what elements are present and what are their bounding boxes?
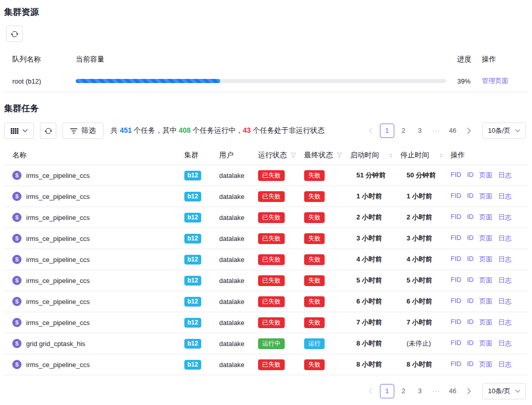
action-link-page[interactable]: 页面	[479, 360, 493, 369]
funnel-filter-icon[interactable]	[290, 152, 296, 158]
page-button-1[interactable]: 1	[380, 124, 394, 138]
start-time: 5 小时前	[346, 276, 396, 285]
name-cell: S irms_ce_pipeline_ccs	[4, 276, 180, 285]
header-current-capacity: 当前容量	[76, 55, 446, 64]
page-button-3[interactable]: 3	[413, 124, 427, 138]
action-link-fid[interactable]: FID	[451, 297, 461, 306]
manage-page-link[interactable]: 管理页面	[482, 77, 508, 85]
action-link-log[interactable]: 日志	[498, 318, 512, 327]
action-link-page[interactable]: 页面	[479, 171, 493, 180]
actions-cell: FIDID页面日志	[446, 318, 528, 327]
action-link-fid[interactable]: FID	[451, 360, 461, 369]
action-link-log[interactable]: 日志	[498, 255, 512, 264]
action-link-log[interactable]: 日志	[498, 213, 512, 222]
page-ellipsis[interactable]: ···	[429, 384, 443, 398]
final-status-badge: 失败	[304, 212, 325, 223]
table-row: S irms_ce_pipeline_ccs b12 datalake 已失败 …	[4, 207, 528, 228]
action-link-fid[interactable]: FID	[451, 234, 461, 243]
action-link-fid[interactable]: FID	[451, 255, 461, 264]
final-status-filter-icon[interactable]	[336, 152, 343, 158]
filter-button[interactable]: 筛选	[62, 123, 103, 139]
table-row: S irms_ce_pipeline_ccs b12 datalake 已失败 …	[4, 186, 528, 207]
action-link-id[interactable]: ID	[467, 360, 474, 369]
resources-refresh-button[interactable]	[6, 26, 23, 42]
action-link-fid[interactable]: FID	[451, 339, 461, 348]
actions-cell: FIDID页面日志	[446, 297, 528, 306]
page-button-last[interactable]: 46	[445, 124, 460, 138]
page-size-select[interactable]: 10条/页	[482, 123, 526, 139]
action-link-id[interactable]: ID	[467, 297, 474, 306]
next-page-button[interactable]	[462, 124, 476, 138]
page-button-2[interactable]: 2	[396, 124, 411, 138]
page-size-select[interactable]: 10条/页	[482, 383, 526, 399]
action-link-page[interactable]: 页面	[479, 276, 493, 285]
sort-icon[interactable]	[388, 153, 394, 158]
action-link-log[interactable]: 日志	[498, 234, 512, 243]
page-ellipsis[interactable]: ···	[429, 124, 443, 138]
filter-button-label: 筛选	[81, 126, 96, 135]
header-run-status: 运行状态	[254, 151, 300, 160]
action-link-log[interactable]: 日志	[498, 339, 512, 348]
start-time-sort-icon[interactable]	[388, 153, 394, 158]
action-link-page[interactable]: 页面	[479, 213, 493, 222]
action-link-id[interactable]: ID	[467, 213, 474, 222]
action-link-id[interactable]: ID	[467, 255, 474, 264]
prev-page-button[interactable]	[364, 124, 378, 138]
action-link-fid[interactable]: FID	[451, 213, 461, 222]
cluster-badge: b12	[184, 360, 201, 370]
action-link-id[interactable]: ID	[467, 234, 474, 243]
table-row: S irms_ce_pipeline_ccs b12 datalake 已失败 …	[4, 291, 528, 312]
action-link-log[interactable]: 日志	[498, 297, 512, 306]
filter-lines-icon	[70, 128, 77, 134]
action-link-fid[interactable]: FID	[451, 171, 461, 180]
action-link-page[interactable]: 页面	[479, 192, 493, 201]
action-link-log[interactable]: 日志	[498, 276, 512, 285]
page-button-1[interactable]: 1	[380, 384, 394, 398]
action-link-fid[interactable]: FID	[451, 192, 461, 201]
cluster-badge: b12	[184, 255, 201, 265]
action-link-page[interactable]: 页面	[479, 234, 493, 243]
task-name: irms_ce_pipeline_ccs	[26, 319, 90, 327]
grid-icon	[11, 128, 18, 134]
funnel-filter-icon[interactable]	[336, 152, 343, 158]
action-link-page[interactable]: 页面	[479, 318, 493, 327]
action-link-page[interactable]: 页面	[479, 255, 493, 264]
final-status-badge: 失败	[304, 191, 325, 202]
action-link-page[interactable]: 页面	[479, 297, 493, 306]
action-link-fid[interactable]: FID	[451, 318, 461, 327]
cluster-badge: b12	[184, 192, 201, 201]
page-button-last[interactable]: 46	[445, 384, 460, 398]
actions-cell: FIDID页面日志	[446, 360, 528, 369]
sort-icon[interactable]	[438, 153, 444, 158]
run-status-badge: 已失败	[258, 233, 285, 244]
user-cell: datalake	[215, 277, 254, 285]
action-link-log[interactable]: 日志	[498, 171, 512, 180]
action-link-id[interactable]: ID	[467, 276, 474, 285]
action-link-fid[interactable]: FID	[451, 276, 461, 285]
non-running-count: 43	[243, 126, 251, 134]
queue-name: root (b12)	[4, 77, 76, 85]
avatar: S	[12, 318, 22, 327]
column-settings-button[interactable]	[4, 123, 34, 139]
page-button-3[interactable]: 3	[413, 384, 427, 398]
action-link-id[interactable]: ID	[467, 318, 474, 327]
action-link-id[interactable]: ID	[467, 192, 474, 201]
page-button-2[interactable]: 2	[396, 384, 411, 398]
tasks-refresh-button[interactable]	[40, 123, 56, 139]
avatar-letter: S	[15, 236, 19, 241]
user-cell: datalake	[215, 340, 254, 348]
action-link-page[interactable]: 页面	[479, 339, 493, 348]
action-link-log[interactable]: 日志	[498, 192, 512, 201]
final-status-badge: 失败	[304, 275, 325, 286]
stop-time-sort-icon[interactable]	[438, 153, 444, 158]
action-link-log[interactable]: 日志	[498, 360, 512, 369]
refresh-icon	[11, 30, 18, 38]
stop-time: 6 小时前	[396, 297, 446, 306]
next-page-button[interactable]	[462, 384, 476, 398]
action-link-id[interactable]: ID	[467, 171, 474, 180]
run-status-filter-icon[interactable]	[290, 152, 296, 158]
prev-page-button[interactable]	[364, 384, 378, 398]
action-link-id[interactable]: ID	[467, 339, 474, 348]
task-name: irms_ce_pipeline_ccs	[26, 193, 90, 200]
final-status-badge: 失败	[304, 317, 325, 328]
